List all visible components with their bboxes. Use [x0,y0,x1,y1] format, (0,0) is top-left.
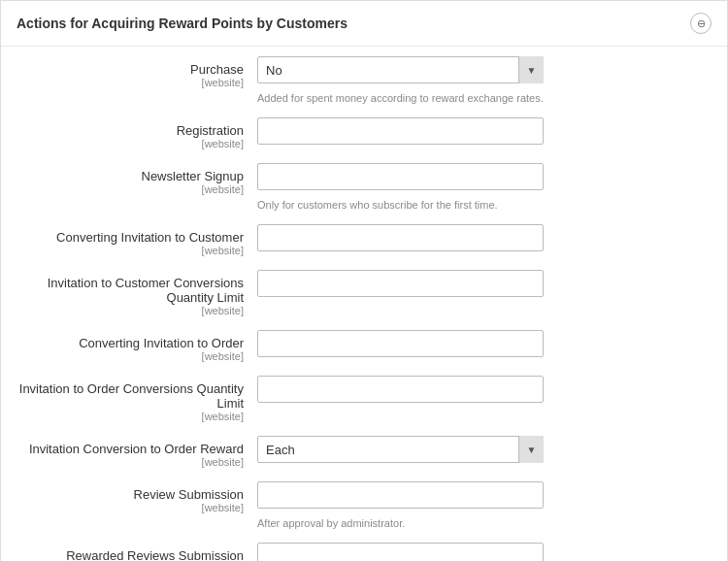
form-row-registration: Registration[website] [17,117,711,149]
label-converting_invitation_to_customer: Converting Invitation to Customer [17,230,244,245]
sublabel-converting_invitation_to_order: [website] [17,350,244,362]
page-title: Actions for Acquiring Reward Points by C… [17,16,347,31]
input-invitation_to_order_conversions_quantity_limit[interactable] [257,376,544,403]
form-row-invitation_conversion_to_order_reward: Invitation Conversion to Order Reward[we… [17,436,711,468]
label-group-invitation_to_order_conversions_quantity_limit: Invitation to Order Conversions Quantity… [17,376,257,422]
label-registration: Registration [17,123,244,138]
sublabel-invitation_to_order_conversions_quantity_limit: [website] [17,411,244,422]
label-group-converting_invitation_to_order: Converting Invitation to Order[website] [17,330,257,362]
form-row-invitation_to_order_conversions_quantity_limit: Invitation to Order Conversions Quantity… [17,376,711,422]
sublabel-newsletter_signup: [website] [17,183,244,195]
sublabel-purchase: [website] [17,77,244,88]
input-group-purchase: NoYes▼ [257,56,711,83]
page-header: Actions for Acquiring Reward Points by C… [1,1,727,47]
input-group-review_submission [257,481,711,509]
label-group-rewarded_reviews_submission_quantity_limit: Rewarded Reviews Submission Quantity Lim… [17,543,257,561]
input-newsletter_signup[interactable] [257,163,544,190]
select-wrapper-invitation_conversion_to_order_reward: EachFirst▼ [257,436,544,463]
input-review_submission[interactable] [257,481,544,509]
label-purchase: Purchase [17,62,244,77]
input-rewarded_reviews_submission_quantity_limit[interactable] [257,543,544,561]
page-container: Actions for Acquiring Reward Points by C… [0,0,728,561]
label-group-invitation_to_customer_conversions_quantity_limit: Invitation to Customer Conversions Quant… [17,270,257,316]
hint-row-newsletter_signup: Only for customers who subscribe for the… [17,197,711,211]
label-invitation_to_customer_conversions_quantity_limit: Invitation to Customer Conversions Quant… [17,276,244,305]
label-group-purchase: Purchase[website] [17,56,257,88]
sublabel-converting_invitation_to_customer: [website] [17,245,244,256]
input-group-invitation_to_customer_conversions_quantity_limit [257,270,711,297]
label-invitation_conversion_to_order_reward: Invitation Conversion to Order Reward [17,442,244,456]
input-group-converting_invitation_to_order [257,330,711,357]
form-row-purchase: Purchase[website]NoYes▼ [17,56,711,88]
hint-row-review_submission: After approval by administrator. [17,515,711,529]
select-purchase[interactable]: NoYes [257,56,544,83]
form-row-invitation_to_customer_conversions_quantity_limit: Invitation to Customer Conversions Quant… [17,270,711,316]
input-invitation_to_customer_conversions_quantity_limit[interactable] [257,270,544,297]
sublabel-invitation_conversion_to_order_reward: [website] [17,456,244,468]
form-row-converting_invitation_to_order: Converting Invitation to Order[website] [17,330,711,362]
collapse-icon: ⊖ [697,17,706,30]
input-group-invitation_to_order_conversions_quantity_limit [257,376,711,403]
hint-text-purchase: Added for spent money according to rewar… [257,90,544,104]
input-group-registration [257,117,711,145]
input-registration[interactable] [257,117,544,145]
label-group-review_submission: Review Submission[website] [17,481,257,513]
input-group-invitation_conversion_to_order_reward: EachFirst▼ [257,436,711,463]
label-group-newsletter_signup: Newsletter Signup[website] [17,163,257,195]
sublabel-invitation_to_customer_conversions_quantity_limit: [website] [17,305,244,316]
input-converting_invitation_to_order[interactable] [257,330,544,357]
input-converting_invitation_to_customer[interactable] [257,224,544,251]
form-row-rewarded_reviews_submission_quantity_limit: Rewarded Reviews Submission Quantity Lim… [17,543,711,561]
label-group-converting_invitation_to_customer: Converting Invitation to Customer[websit… [17,224,257,256]
sublabel-registration: [website] [17,138,244,149]
input-group-newsletter_signup [257,163,711,190]
select-wrapper-purchase: NoYes▼ [257,56,544,83]
form-row-review_submission: Review Submission[website] [17,481,711,513]
form-content: Purchase[website]NoYes▼Added for spent m… [1,47,727,561]
hint-text-review_submission: After approval by administrator. [257,515,405,529]
hint-text-newsletter_signup: Only for customers who subscribe for the… [257,197,498,211]
label-newsletter_signup: Newsletter Signup [17,169,244,183]
input-group-converting_invitation_to_customer [257,224,711,251]
label-invitation_to_order_conversions_quantity_limit: Invitation to Order Conversions Quantity… [17,381,244,411]
collapse-button[interactable]: ⊖ [690,13,711,34]
label-rewarded_reviews_submission_quantity_limit: Rewarded Reviews Submission Quantity Lim… [17,548,244,561]
input-group-rewarded_reviews_submission_quantity_limit [257,543,711,561]
label-review_submission: Review Submission [17,487,244,502]
label-group-invitation_conversion_to_order_reward: Invitation Conversion to Order Reward[we… [17,436,257,468]
form-row-converting_invitation_to_customer: Converting Invitation to Customer[websit… [17,224,711,256]
sublabel-review_submission: [website] [17,502,244,513]
form-row-newsletter_signup: Newsletter Signup[website] [17,163,711,195]
label-group-registration: Registration[website] [17,117,257,149]
select-invitation_conversion_to_order_reward[interactable]: EachFirst [257,436,544,463]
label-converting_invitation_to_order: Converting Invitation to Order [17,336,244,350]
hint-row-purchase: Added for spent money according to rewar… [17,90,711,104]
